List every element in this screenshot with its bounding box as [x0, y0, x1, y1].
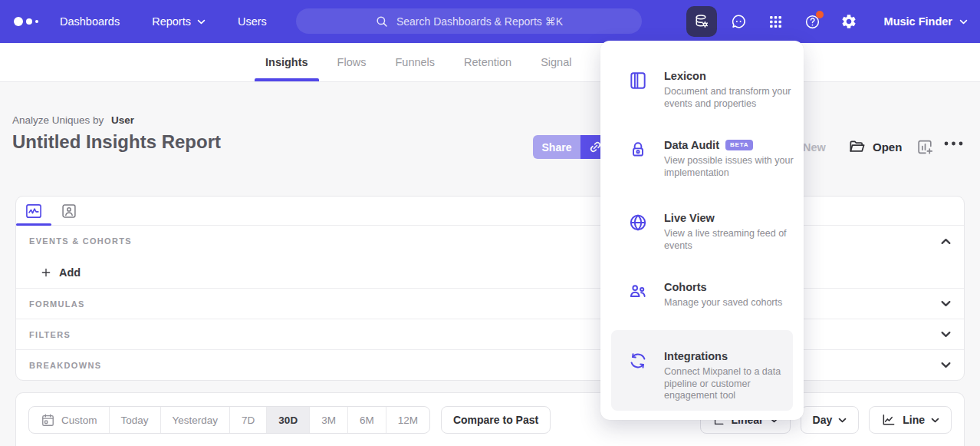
search-icon: [375, 15, 389, 28]
tab-funnels[interactable]: Funnels: [384, 43, 446, 81]
chevron-down-icon: [959, 19, 968, 25]
more-dots-icon: [943, 139, 964, 148]
line-chart-icon: [881, 412, 896, 428]
menu-item-text: Cohorts Manage your saved cohorts: [664, 280, 801, 309]
folder-icon: [848, 138, 866, 156]
range-30d[interactable]: 30D: [266, 407, 309, 433]
section-formulas-label: FORMULAS: [29, 299, 85, 309]
menu-item-description: View a live streaming feed of events: [664, 228, 801, 252]
menu-item-title: Cohorts: [664, 280, 707, 294]
range-7d[interactable]: 7D: [229, 407, 266, 433]
menu-item-live-view[interactable]: Live View View a live streaming feed of …: [600, 211, 804, 252]
section-breakdowns-label: BREAKDOWNS: [29, 361, 101, 370]
interval-dropdown[interactable]: Day: [801, 406, 860, 434]
more-actions-button[interactable]: [943, 139, 964, 148]
menu-item-description: Document and transform your events and p…: [664, 86, 801, 110]
range-yesterday[interactable]: Yesterday: [160, 407, 230, 433]
section-formulas[interactable]: FORMULAS: [16, 288, 964, 319]
query-builder-tabs: [16, 197, 964, 226]
search-placeholder: Search Dashboards & Reports ⌘K: [396, 15, 563, 28]
globe-icon: [628, 213, 648, 233]
add-event-button[interactable]: Add: [16, 256, 964, 288]
menu-item-cohorts[interactable]: Cohorts Manage your saved cohorts: [600, 280, 804, 309]
menu-item-text: Integrations Connect Mixpanel to a data …: [664, 349, 801, 402]
board-add-icon: [916, 137, 935, 157]
chart-type-dropdown[interactable]: Line: [869, 406, 952, 434]
share-button[interactable]: Share: [533, 135, 580, 159]
menu-item-title: Lexicon: [664, 69, 706, 83]
chevron-down-icon: [197, 19, 206, 25]
tab-funnels-label: Funnels: [395, 56, 435, 68]
menu-item-integrations[interactable]: Integrations Connect Mixpanel to a data …: [600, 349, 804, 402]
tab-flows[interactable]: Flows: [327, 43, 377, 81]
logo-dot-small: [35, 20, 38, 23]
chevron-down-icon[interactable]: [941, 331, 951, 338]
section-filters-label: FILTERS: [29, 330, 71, 339]
menu-item-description: Manage your saved cohorts: [664, 297, 801, 309]
primary-nav: Dashboards Reports Users: [60, 15, 267, 28]
nav-users[interactable]: Users: [238, 15, 267, 28]
settings-button[interactable]: [834, 6, 864, 37]
chevron-down-icon[interactable]: [941, 362, 951, 368]
mixpanel-logo[interactable]: [14, 17, 49, 26]
tab-profiles-query[interactable]: [51, 197, 87, 225]
range-custom-label: Custom: [61, 415, 97, 426]
grid-icon: [768, 14, 784, 30]
user-profile-icon: [61, 203, 77, 219]
tab-signal[interactable]: Signal: [530, 43, 582, 81]
share-split-button: Share: [533, 135, 610, 159]
nav-reports-label: Reports: [152, 15, 191, 28]
report-header: Analyze Uniques by User Untitled Insight…: [0, 82, 980, 196]
menu-item-data-audit[interactable]: Data Audit BETA View possible issues wit…: [600, 138, 804, 179]
range-custom[interactable]: Custom: [29, 407, 109, 433]
add-label: Add: [59, 266, 81, 279]
open-label: Open: [873, 140, 902, 154]
range-12m[interactable]: 12M: [386, 407, 429, 433]
interval-label: Day: [813, 414, 833, 426]
open-report-button[interactable]: Open: [848, 135, 902, 159]
tab-events-query[interactable]: [16, 197, 51, 225]
add-to-dashboard-button[interactable]: [916, 137, 935, 157]
data-management-button[interactable]: [686, 6, 717, 37]
menu-item-lexicon[interactable]: Lexicon Document and transform your even…: [600, 69, 804, 110]
apps-menu-popover: Lexicon Document and transform your even…: [600, 41, 804, 420]
menu-item-text: Lexicon Document and transform your even…: [664, 69, 801, 110]
insights-chart-icon: [25, 203, 42, 219]
navbar-icon-group: [686, 6, 864, 37]
tab-retention-label: Retention: [464, 56, 511, 68]
nav-users-label: Users: [238, 15, 267, 28]
report-title[interactable]: Untitled Insights Report: [12, 131, 221, 153]
tab-insights[interactable]: Insights: [255, 43, 319, 81]
compare-to-past-button[interactable]: Compare to Past: [441, 406, 551, 434]
plus-icon: [40, 266, 52, 279]
apps-grid-button[interactable]: [760, 6, 791, 37]
chevron-down-icon: [838, 418, 847, 423]
lock-icon: [628, 140, 648, 160]
range-today[interactable]: Today: [109, 407, 160, 433]
chart-type-label: Line: [903, 414, 925, 426]
menu-item-text: Live View View a live streaming feed of …: [664, 211, 801, 252]
section-events-cohorts[interactable]: EVENTS & COHORTS: [16, 226, 964, 256]
time-toolbar-card: Custom Today Yesterday 7D 30D 3M 6M 12M …: [15, 392, 965, 446]
nav-reports[interactable]: Reports: [152, 15, 206, 28]
feedback-button[interactable]: [723, 6, 754, 37]
range-6m[interactable]: 6M: [347, 407, 386, 433]
range-3m[interactable]: 3M: [309, 407, 347, 433]
tab-signal-label: Signal: [541, 56, 571, 68]
sync-arrows-icon: [628, 351, 648, 371]
project-switcher[interactable]: Music Finder: [884, 0, 968, 43]
section-breakdowns[interactable]: BREAKDOWNS: [16, 349, 964, 380]
chevron-up-icon[interactable]: [941, 238, 951, 245]
menu-item-text: Data Audit BETA View possible issues wit…: [664, 138, 801, 179]
chevron-down-icon[interactable]: [941, 300, 951, 307]
tab-retention[interactable]: Retention: [453, 43, 522, 81]
search-input[interactable]: Search Dashboards & Reports ⌘K: [296, 8, 642, 34]
analyze-entity-selector[interactable]: User: [111, 114, 134, 126]
nav-dashboards[interactable]: Dashboards: [60, 15, 120, 28]
gear-icon: [840, 13, 857, 30]
analyze-prefix: Analyze Uniques by: [12, 114, 104, 126]
section-filters[interactable]: FILTERS: [16, 319, 964, 349]
section-events-label: EVENTS & COHORTS: [29, 236, 132, 246]
new-label: New: [803, 141, 826, 154]
help-button[interactable]: [797, 6, 827, 37]
